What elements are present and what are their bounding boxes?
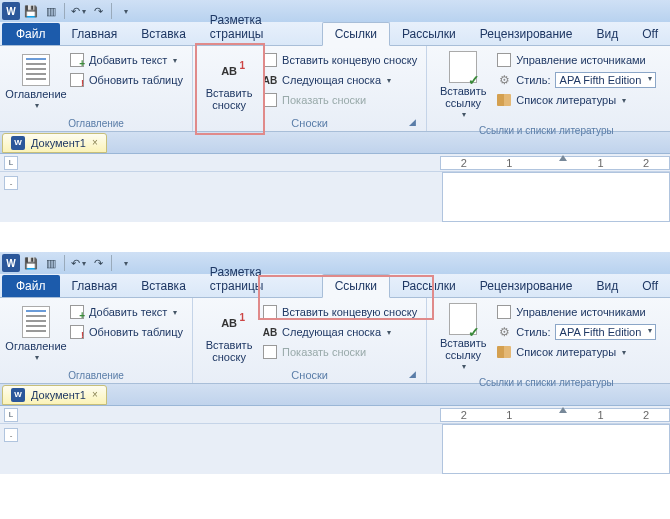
word-mini-icon: W: [11, 136, 25, 150]
add-text-icon: [70, 53, 84, 67]
next-footnote-button[interactable]: AB Следующая сноска▾: [259, 71, 420, 89]
bibliography-label: Список литературы: [516, 346, 616, 358]
ruler-corner[interactable]: L: [4, 408, 18, 422]
tab-file[interactable]: Файл: [2, 275, 60, 297]
sources-label: Управление источниками: [516, 54, 645, 66]
ruler-horizontal[interactable]: 2 1 1 2: [440, 156, 670, 170]
redo-icon[interactable]: ↷: [89, 2, 107, 20]
group-label-citations: Ссылки и списки литературы: [433, 123, 659, 138]
toc-button[interactable]: Оглавление ▾: [6, 301, 66, 368]
tab-review[interactable]: Рецензирование: [468, 23, 585, 45]
next-footnote-label: Следующая сноска: [282, 74, 381, 86]
open-icon[interactable]: ▥: [42, 254, 60, 272]
dialog-launcher-icon[interactable]: ◢: [406, 117, 418, 129]
insert-footnote-label: Вставить сноску: [201, 87, 257, 111]
insert-endnote-button[interactable]: Вставить концевую сноску: [259, 51, 420, 69]
group-label-footnotes: Сноски ◢: [199, 367, 420, 383]
toc-icon: [22, 54, 50, 86]
ruler-vertical[interactable]: -: [0, 424, 22, 474]
tab-layout[interactable]: Разметка страницы: [198, 9, 322, 45]
next-footnote-icon: AB: [263, 75, 277, 86]
style-select[interactable]: APA Fifth Edition: [555, 72, 657, 88]
style-select[interactable]: APA Fifth Edition: [555, 324, 657, 340]
group-footnotes: AB1 Вставить сноску Вставить концевую сн…: [193, 46, 427, 131]
tab-references[interactable]: Ссылки: [322, 22, 390, 46]
show-footnotes-button: Показать сноски: [259, 91, 420, 109]
save-icon[interactable]: 💾: [22, 254, 40, 272]
footnote-ab-icon: AB1: [221, 314, 237, 329]
word-mini-icon: W: [11, 388, 25, 402]
document-tab[interactable]: W Документ1 ×: [2, 385, 107, 405]
close-icon[interactable]: ×: [92, 137, 98, 148]
tab-home[interactable]: Главная: [60, 23, 130, 45]
tab-references[interactable]: Ссылки: [322, 274, 390, 298]
tab-off[interactable]: Off: [630, 23, 670, 45]
tab-view[interactable]: Вид: [584, 275, 630, 297]
undo-icon[interactable]: ↶▾: [69, 2, 87, 20]
endnote-label: Вставить концевую сноску: [282, 54, 417, 66]
tab-mailings[interactable]: Рассылки: [390, 275, 468, 297]
bibliography-button[interactable]: Список литературы▾: [493, 343, 659, 361]
tab-home[interactable]: Главная: [60, 275, 130, 297]
group-label-toc: Оглавление: [6, 368, 186, 383]
citation-style-row: ⚙ Стиль: APA Fifth Edition: [493, 323, 659, 341]
tab-insert[interactable]: Вставка: [129, 275, 198, 297]
qat-customize-icon[interactable]: ▾: [116, 254, 134, 272]
tab-view[interactable]: Вид: [584, 23, 630, 45]
tab-off[interactable]: Off: [630, 275, 670, 297]
tab-insert[interactable]: Вставка: [129, 23, 198, 45]
indent-marker-icon[interactable]: [559, 155, 567, 161]
redo-icon[interactable]: ↷: [89, 254, 107, 272]
sources-icon: [497, 305, 511, 319]
add-text-button[interactable]: Добавить текст▾: [66, 51, 186, 69]
sources-label: Управление источниками: [516, 306, 645, 318]
save-icon[interactable]: 💾: [22, 2, 40, 20]
update-table-button[interactable]: Обновить таблицу: [66, 323, 186, 341]
quick-access-toolbar: W 💾 ▥ ↶▾ ↷ ▾: [0, 252, 670, 274]
qat-customize-icon[interactable]: ▾: [116, 2, 134, 20]
update-table-button[interactable]: Обновить таблицу: [66, 71, 186, 89]
page[interactable]: [442, 424, 670, 474]
insert-endnote-button[interactable]: Вставить концевую сноску: [259, 303, 420, 321]
add-text-icon: [70, 305, 84, 319]
document-tab[interactable]: W Документ1 ×: [2, 133, 107, 153]
insert-citation-button[interactable]: Вставить ссылку ▾: [433, 301, 493, 375]
show-footnotes-label: Показать сноски: [282, 94, 366, 106]
update-label: Обновить таблицу: [89, 74, 183, 86]
insert-citation-button[interactable]: Вставить ссылку ▾: [433, 49, 493, 123]
gear-icon: ⚙: [496, 324, 512, 340]
page[interactable]: [442, 172, 670, 222]
show-footnotes-button: Показать сноски: [259, 343, 420, 361]
ruler-vertical[interactable]: -: [0, 172, 22, 222]
tab-mailings[interactable]: Рассылки: [390, 23, 468, 45]
manage-sources-button[interactable]: Управление источниками: [493, 51, 659, 69]
endnote-icon: [263, 305, 277, 319]
toc-button[interactable]: Оглавление ▾: [6, 49, 66, 116]
tab-layout[interactable]: Разметка страницы: [198, 261, 322, 297]
tab-review[interactable]: Рецензирование: [468, 275, 585, 297]
undo-icon[interactable]: ↶▾: [69, 254, 87, 272]
chevron-down-icon: ▾: [462, 109, 466, 121]
group-label-toc: Оглавление: [6, 116, 186, 131]
ruler-corner[interactable]: L: [4, 156, 18, 170]
ruler-area: L 2 1 1 2: [0, 154, 670, 172]
close-icon[interactable]: ×: [92, 389, 98, 400]
dialog-launcher-icon[interactable]: ◢: [406, 369, 418, 381]
insert-footnote-button[interactable]: AB1 Вставить сноску: [199, 49, 259, 115]
next-footnote-button[interactable]: AB Следующая сноска▾: [259, 323, 420, 341]
add-text-button[interactable]: Добавить текст▾: [66, 303, 186, 321]
manage-sources-button[interactable]: Управление источниками: [493, 303, 659, 321]
insert-footnote-button[interactable]: AB1 Вставить сноску: [199, 301, 259, 367]
group-footnotes: AB1 Вставить сноску Вставить концевую сн…: [193, 298, 427, 383]
insert-citation-label: Вставить ссылку: [435, 85, 491, 109]
workspace: -: [0, 424, 670, 474]
endnote-label: Вставить концевую сноску: [282, 306, 417, 318]
toc-label: Оглавление: [5, 340, 66, 352]
tab-file[interactable]: Файл: [2, 23, 60, 45]
ruler-horizontal[interactable]: 2 1 1 2: [440, 408, 670, 422]
open-icon[interactable]: ▥: [42, 2, 60, 20]
indent-marker-icon[interactable]: [559, 407, 567, 413]
ribbon: Оглавление ▾ Добавить текст▾ Обновить та…: [0, 298, 670, 384]
chevron-down-icon: ▾: [35, 100, 39, 112]
bibliography-button[interactable]: Список литературы▾: [493, 91, 659, 109]
